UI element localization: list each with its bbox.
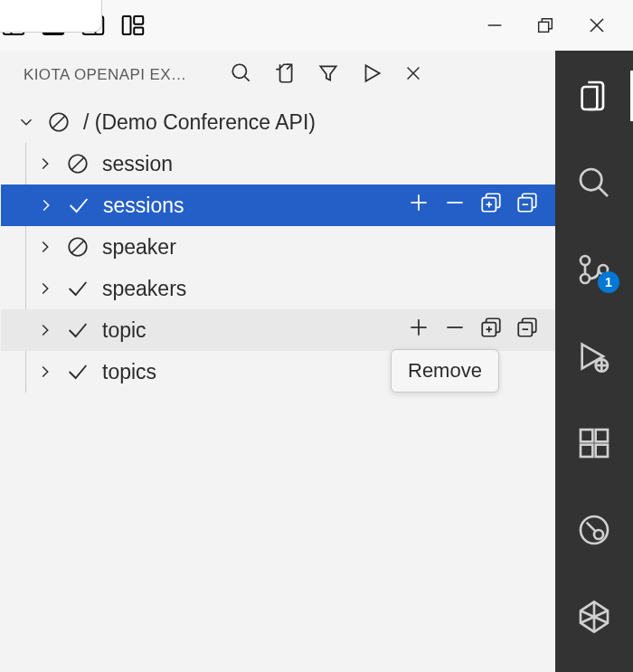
chevron-right-icon[interactable]	[35, 279, 55, 298]
close-window-icon[interactable]	[586, 14, 608, 36]
minimize-icon[interactable]	[485, 15, 505, 35]
remove-all-icon[interactable]	[515, 191, 539, 220]
tree-item-label: topic	[100, 318, 146, 343]
svg-marker-16	[366, 65, 380, 80]
chevron-right-icon[interactable]	[35, 154, 55, 174]
activitybar-explorer[interactable]	[574, 76, 614, 116]
svg-rect-82	[581, 430, 592, 441]
activitybar-run-debug[interactable]	[574, 336, 614, 376]
svg-point-13	[232, 64, 246, 78]
svg-line-14	[244, 76, 249, 80]
svg-rect-10	[539, 22, 549, 32]
chevron-right-icon[interactable]	[35, 320, 55, 340]
tooltip-text: Remove	[408, 359, 482, 382]
chevron-right-icon[interactable]	[35, 362, 55, 382]
source-control-badge: 1	[598, 271, 619, 293]
svg-rect-85	[596, 430, 608, 441]
row-actions	[407, 316, 555, 345]
tree-item[interactable]: speakers	[26, 268, 555, 309]
activitybar-search[interactable]	[574, 163, 614, 203]
add-all-icon[interactable]	[479, 316, 503, 345]
activitybar-kiota[interactable]	[574, 597, 614, 637]
svg-line-20	[53, 117, 65, 128]
search-icon[interactable]	[230, 62, 253, 89]
svg-point-73	[581, 169, 601, 190]
svg-line-74	[599, 187, 608, 196]
check-icon	[64, 359, 91, 384]
remove-icon[interactable]	[443, 191, 467, 220]
excluded-icon	[45, 110, 72, 134]
layout-customize-icon[interactable]	[119, 12, 146, 39]
chevron-right-icon[interactable]	[36, 195, 56, 215]
svg-rect-84	[596, 445, 608, 457]
check-icon	[65, 193, 92, 218]
tree-item[interactable]: topic	[1, 309, 555, 351]
svg-rect-83	[581, 445, 592, 457]
chevron-right-icon[interactable]	[35, 237, 55, 257]
remove-icon[interactable]	[443, 316, 467, 345]
svg-rect-6	[123, 16, 131, 34]
tree-root[interactable]: / (Demo Conference API)	[0, 101, 555, 143]
generate-icon[interactable]	[360, 62, 383, 89]
tree-item[interactable]: session	[26, 143, 555, 185]
row-actions	[407, 191, 555, 220]
check-icon	[64, 276, 91, 301]
svg-line-88	[587, 523, 596, 532]
tooltip: Remove	[391, 349, 499, 393]
add-icon[interactable]	[407, 191, 430, 220]
restore-icon[interactable]	[535, 15, 555, 35]
svg-rect-7	[134, 16, 143, 24]
svg-line-22	[72, 158, 84, 170]
excluded-icon	[64, 152, 91, 175]
tree-item-label: speakers	[100, 277, 186, 301]
tree-item-label: session	[100, 152, 173, 176]
tree-item-label: topics	[100, 360, 156, 384]
go-to-file-icon[interactable]	[273, 62, 297, 89]
svg-line-40	[72, 241, 84, 253]
tree-item[interactable]: sessions	[1, 185, 555, 226]
activitybar-lens[interactable]	[574, 510, 614, 550]
add-all-icon[interactable]	[479, 191, 503, 220]
activitybar-extensions[interactable]	[574, 423, 614, 463]
chevron-down-icon[interactable]	[16, 112, 36, 132]
check-icon	[64, 317, 91, 343]
svg-point-76	[581, 274, 590, 283]
svg-rect-8	[134, 28, 143, 35]
close-panel-icon[interactable]	[403, 63, 423, 87]
add-icon[interactable]	[407, 316, 430, 345]
panel-title: KIOTA OPENAPI EX…	[24, 66, 213, 84]
tree-item-label: sessions	[101, 194, 184, 218]
remove-all-icon[interactable]	[515, 316, 539, 345]
tree-item[interactable]: speaker	[26, 226, 555, 268]
tree-root-label: / (Demo Conference API)	[81, 110, 316, 135]
excluded-icon	[64, 235, 91, 259]
filter-icon[interactable]	[316, 62, 340, 89]
editor-tab-stub[interactable]	[0, 0, 102, 33]
activitybar-source-control[interactable]: 1	[574, 250, 614, 289]
svg-point-75	[581, 256, 590, 265]
tree-item-label: speaker	[100, 235, 176, 260]
